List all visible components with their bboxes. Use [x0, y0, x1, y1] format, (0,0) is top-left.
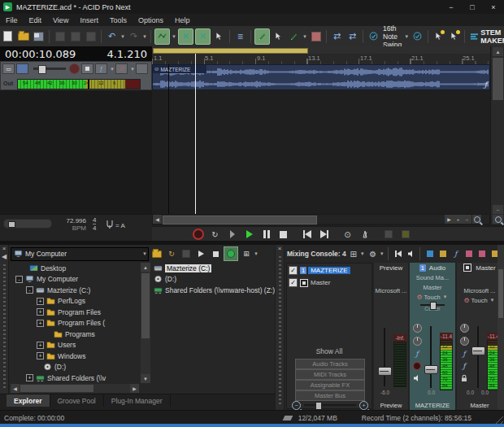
- groove-dropdown[interactable]: ▾: [403, 33, 410, 40]
- insert-fx-icon[interactable]: ƒ: [450, 248, 462, 259]
- tree-v-scrollbar[interactable]: ▲ ▼: [141, 263, 150, 383]
- step-record-icon[interactable]: [380, 229, 396, 241]
- explorer-grip[interactable]: × ◀: [0, 245, 9, 394]
- timeline-empty-area[interactable]: [152, 90, 490, 214]
- record-button[interactable]: [190, 229, 206, 241]
- master-fx-icon[interactable]: ƒ: [463, 350, 465, 358]
- scroll-left-icon[interactable]: ◀: [153, 215, 162, 224]
- mixer-zoom-slider[interactable]: [304, 404, 356, 406]
- track-lanes-button[interactable]: ≡: [233, 29, 247, 44]
- tree-item-program-files-x86[interactable]: +Program Files (: [11, 318, 139, 329]
- play-button[interactable]: [241, 229, 257, 241]
- preview-play-button[interactable]: [194, 247, 207, 260]
- timeline-h-scrollbar[interactable]: ◀ ▶ + −: [152, 214, 490, 224]
- tree-item-windows[interactable]: +Windows: [11, 351, 139, 362]
- automation-settings-button[interactable]: ⚙: [115, 63, 128, 74]
- phase-knob-icon[interactable]: [460, 324, 469, 333]
- copy-button[interactable]: [68, 29, 82, 44]
- filter-assignable-fx-button[interactable]: Assignable FX: [295, 380, 365, 390]
- paste-button[interactable]: [84, 29, 98, 44]
- pause-button[interactable]: [259, 229, 274, 241]
- zoom-tool-v-button[interactable]: [493, 215, 503, 224]
- track-volume-slider[interactable]: [33, 68, 66, 70]
- count-in-icon[interactable]: [398, 229, 413, 241]
- views-dropdown[interactable]: ▾: [253, 251, 259, 257]
- mute-button[interactable]: [81, 63, 93, 74]
- stem-maker-label[interactable]: STEM MAKER: [480, 28, 504, 45]
- loop-playback-button[interactable]: ↻: [207, 229, 223, 241]
- v-scroll-thumb[interactable]: [493, 58, 503, 100]
- clip-fx-icon[interactable]: ƒ: [484, 81, 487, 89]
- automation-gear-icon[interactable]: ⚙: [416, 294, 422, 301]
- gain-knob-icon[interactable]: [460, 337, 469, 346]
- track-fx-icon[interactable]: ƒ: [415, 350, 418, 358]
- undo-dropdown[interactable]: ▾: [119, 33, 126, 40]
- phase-knob-icon[interactable]: [413, 324, 422, 333]
- zoom-in-icon[interactable]: +: [359, 401, 368, 410]
- channel-checkbox[interactable]: ✓: [289, 266, 298, 275]
- menu-edit[interactable]: Edit: [24, 16, 48, 24]
- master-device[interactable]: Microsoft ...: [464, 287, 496, 294]
- automation-gear-icon[interactable]: ⚙: [463, 297, 469, 304]
- interactive-tutorials-button[interactable]: [447, 29, 461, 44]
- master-volume-value[interactable]: 0.0: [467, 390, 474, 395]
- auto-preview-button[interactable]: [224, 246, 238, 261]
- tempo-slider[interactable]: [3, 219, 52, 229]
- tree-scroll-left-icon[interactable]: ◀: [11, 384, 20, 393]
- snap-to-grid-button[interactable]: ✕: [195, 28, 211, 45]
- file-item-d-drive[interactable]: (D:): [154, 274, 276, 285]
- scroll-right-icon[interactable]: ▶: [445, 215, 454, 224]
- time-ruler[interactable]: 1.1 5.1 9.1 13.1 17.1 21.1 25.1: [152, 54, 490, 65]
- loop-region-icon[interactable]: ⊙: [340, 229, 355, 241]
- mixer-views-dropdown[interactable]: ▾: [359, 251, 366, 257]
- master-automation-dropdown[interactable]: ▾: [489, 297, 496, 303]
- tab-groove-pool[interactable]: Groove Pool: [50, 394, 104, 407]
- preview-strip[interactable]: Preview Microsoft ... -Inf. -6.0 Preview: [374, 263, 408, 411]
- selection-tool-button[interactable]: [272, 29, 285, 44]
- minimize-button[interactable]: −: [441, 0, 462, 14]
- menu-tools[interactable]: Tools: [104, 16, 133, 24]
- insert-bus-icon[interactable]: [476, 248, 488, 259]
- audio-io-button[interactable]: ⇄: [345, 29, 359, 44]
- preview-peak-value[interactable]: -Inf.: [393, 334, 406, 342]
- menu-view[interactable]: View: [47, 16, 74, 24]
- tree-scroll-up-icon[interactable]: ▲: [141, 263, 150, 272]
- mixer-close-icon[interactable]: ×: [278, 245, 282, 253]
- draw-tool-button[interactable]: [254, 28, 270, 45]
- paint-tool-dropdown[interactable]: ▾: [302, 33, 308, 40]
- mixer-views-icon[interactable]: ⊞: [348, 248, 359, 259]
- bpm-value[interactable]: 72.996: [54, 217, 86, 224]
- undo-button[interactable]: ↶: [105, 29, 119, 44]
- preview-fader[interactable]: [378, 367, 392, 376]
- explorer-close-icon[interactable]: ×: [2, 245, 7, 253]
- master-fader[interactable]: [471, 346, 485, 355]
- tree-scroll-right-icon[interactable]: ▶: [130, 384, 139, 393]
- scroll-up-icon[interactable]: ▲: [493, 47, 503, 56]
- h-scroll-thumb[interactable]: [163, 216, 317, 224]
- audio-output-1[interactable]: Sound Ma...: [416, 274, 449, 281]
- new-project-button[interactable]: [1, 29, 15, 44]
- edit-cursor[interactable]: [168, 64, 169, 214]
- redo-button[interactable]: ↷: [127, 29, 141, 44]
- tab-plugin-manager[interactable]: Plug-In Manager: [104, 394, 171, 407]
- tree-h-scrollbar[interactable]: ◀ ▶: [11, 384, 139, 393]
- master-automation-mode[interactable]: Touch: [471, 297, 488, 304]
- preview-device[interactable]: Microsoft ...: [376, 287, 407, 294]
- menu-file[interactable]: File: [0, 16, 24, 24]
- audio-volume-value[interactable]: 0.0: [428, 390, 435, 395]
- menu-options[interactable]: Options: [133, 16, 169, 24]
- filter-midi-tracks-button[interactable]: MIDI Tracks: [295, 369, 365, 380]
- paint-tool-button[interactable]: [287, 29, 301, 44]
- zoom-in-time-icon[interactable]: +: [454, 215, 463, 224]
- address-dropdown[interactable]: My Computer ▾: [11, 247, 149, 261]
- zoom-tool-button[interactable]: [472, 215, 481, 224]
- file-item-shared-folders[interactable]: Shared Folders (\\vmware-host) (Z:): [154, 285, 276, 296]
- mixer-properties-dropdown[interactable]: ▾: [379, 251, 385, 257]
- audio-fader[interactable]: [424, 365, 438, 374]
- dim-output-icon[interactable]: [406, 248, 417, 259]
- erase-tool-button[interactable]: [309, 29, 323, 44]
- tree-item-program-files[interactable]: +Program Files: [11, 307, 139, 318]
- audio-track-strip[interactable]: 1 Audio Sound Ma... Master ⚙ Touch ▾ Cen…: [410, 263, 455, 411]
- snap-cursor-button[interactable]: [212, 29, 226, 44]
- phase-button[interactable]: [136, 63, 148, 74]
